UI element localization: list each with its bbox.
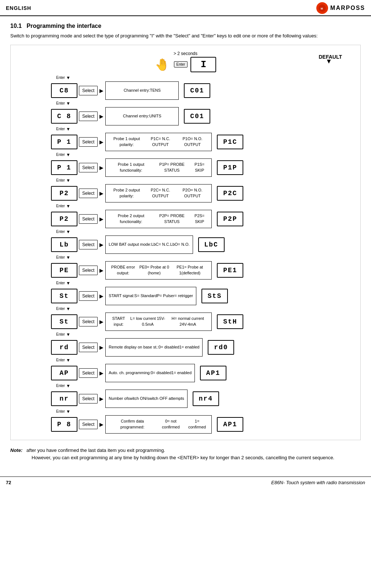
enter-label-10: Enter <box>56 332 65 336</box>
lcd-display-9: St <box>51 314 77 329</box>
desc-box-5: Probe 2 output functionality:P2P= PROBE … <box>105 210 212 228</box>
desc-line-2-0: Probe 1 output polarity: <box>109 136 145 147</box>
arrow-right-icon-6: ▶ <box>99 242 103 248</box>
default-val-4: P2C <box>217 186 243 201</box>
prog-row-1: C 8Select▶Channel entry:UNITSC01 <box>51 107 243 126</box>
down-arrow-icon-8: ▼ <box>66 281 70 286</box>
enter-connector-0: Enter ▼ <box>56 74 243 81</box>
desc-box-9: START input:L= low current 15V-0.5mAH= n… <box>105 313 212 331</box>
select-label-8: Select <box>82 293 94 299</box>
prog-row-4: P2Select▶Probe 2 output polarity:P2C= N.… <box>51 184 243 203</box>
lcd-display-8: St <box>51 289 77 303</box>
logo-circle-icon: M <box>316 2 328 14</box>
prog-rows-container: Enter ▼ C8Select▶Channel entry:TENSC01 E… <box>51 74 243 434</box>
select-button-7[interactable]: Select <box>79 266 98 275</box>
select-label-1: Select <box>82 114 94 119</box>
enter-label-8: Enter <box>56 281 65 285</box>
enter-connector-9: Enter ▼ <box>56 306 243 312</box>
arrow-right-icon-10: ▶ <box>99 344 103 350</box>
lcd-display-4: P2 <box>51 186 77 201</box>
desc-line-3-0: Probe 1 output functionality: <box>109 162 153 173</box>
arrow-right-icon-4: ▶ <box>99 190 103 196</box>
arrow-right-icon-11: ▶ <box>99 370 103 376</box>
default-val-13: AP1 <box>217 417 243 432</box>
desc-line-2-1: P1C= N.C. OUTPUT <box>145 136 177 147</box>
desc-line-7-0: PROBE error output: <box>109 264 137 276</box>
select-button-4[interactable]: Select <box>79 189 98 198</box>
desc-line-10-0: Remote display on base st.: <box>109 344 159 350</box>
enter-label-7: Enter <box>56 255 65 259</box>
prog-row-12: nrSelect▶Number ofswitch ON/switch OFF a… <box>51 389 243 408</box>
select-button-1[interactable]: Select <box>79 112 98 121</box>
lcd-display-10: rd <box>51 340 77 355</box>
desc-line-4-2: P2O= N.O. OUTPUT <box>177 187 209 199</box>
desc-box-4: Probe 2 output polarity:P2C= N.C. OUTPUT… <box>105 184 212 202</box>
arrow-right-icon-7: ▶ <box>99 267 103 273</box>
note-label: Note: <box>10 448 22 453</box>
prog-row-7: PESelect▶PROBE error output:PE0= Probe a… <box>51 261 243 280</box>
enter-label-5: Enter <box>56 204 65 208</box>
enter-label-0: Enter <box>56 76 65 80</box>
arrow-right-icon-1: ▶ <box>99 113 103 119</box>
desc-line-2-2: P1O= N.O. OUTPUT <box>177 136 209 147</box>
enter-connector-1: Enter ▼ <box>56 100 243 107</box>
desc-box-6: LOW BAT output mode:LbC= N.C.LbO= N.O. <box>105 235 193 254</box>
default-val-6: LbC <box>198 237 225 252</box>
select-button-13[interactable]: Select <box>79 420 98 429</box>
down-arrow-icon-9: ▼ <box>66 306 70 311</box>
default-val-8: StS <box>201 289 228 303</box>
default-val-3: P1P <box>217 160 243 175</box>
enter-connector-10: Enter ▼ <box>56 331 243 338</box>
select-button-3[interactable]: Select <box>79 163 98 172</box>
desc-box-1: Channel entry:UNITS <box>105 107 179 125</box>
desc-box-8: START signal:S= StandardP= Pulser= retri… <box>105 287 196 305</box>
down-arrow-icon-6: ▼ <box>66 229 70 234</box>
select-button-6[interactable]: Select <box>79 240 98 249</box>
desc-line-8-2: P= Pulse <box>157 293 173 299</box>
select-button-5[interactable]: Select <box>79 214 98 224</box>
down-arrow-icon-11: ▼ <box>66 358 70 363</box>
arrow-right-icon-5: ▶ <box>99 216 103 222</box>
desc-line-11-2: 1= enabled <box>171 370 192 376</box>
down-arrow-icon-2: ▼ <box>66 127 70 132</box>
lcd-display-12: nr <box>51 391 77 406</box>
down-arrow-icon-3: ▼ <box>66 152 70 157</box>
prog-row-5: P2Select▶Probe 2 output functionality:P2… <box>51 209 243 229</box>
hand-icon: 🤚 <box>155 58 170 72</box>
lcd-display-3: P 1 <box>51 160 77 175</box>
prog-row-9: StSelect▶START input:L= low current 15V-… <box>51 312 243 331</box>
desc-line-0-0: Channel entry: <box>124 88 150 93</box>
select-button-12[interactable]: Select <box>79 394 98 403</box>
select-button-2[interactable]: Select <box>79 137 98 147</box>
page-content: 10.1 Programming the interface Switch to… <box>0 16 371 469</box>
desc-line-8-1: S= Standard <box>134 293 157 299</box>
desc-line-5-0: Probe 2 output functionality: <box>109 213 153 224</box>
prog-row-3: P 1Select▶Probe 1 output functionality:P… <box>51 158 243 177</box>
desc-line-11-0: Auto. ch. programming: <box>109 370 150 376</box>
select-label-11: Select <box>82 370 94 376</box>
page-number: 72 <box>6 480 11 485</box>
page-header: ENGLISH M MARPOSS <box>0 0 371 16</box>
lcd-display-6: Lb <box>51 237 77 252</box>
programming-diagram: DEFAULT ▼ > 2 seconds 🤚 Enter I Enter <box>10 45 361 440</box>
desc-line-7-2: PE1= Probe at 1(deflected) <box>171 264 208 276</box>
enter-label-4: Enter <box>56 178 65 182</box>
desc-line-4-0: Probe 2 output polarity: <box>109 187 145 199</box>
desc-line-6-1: LbC= N.C. <box>151 242 170 247</box>
default-val-12: nr4 <box>193 391 219 406</box>
select-button-0[interactable]: Select <box>79 86 98 95</box>
select-button-10[interactable]: Select <box>79 343 98 352</box>
select-label-5: Select <box>82 216 94 222</box>
default-arrow-icon: ▼ <box>325 58 332 65</box>
select-label-2: Select <box>82 139 94 145</box>
select-button-8[interactable]: Select <box>79 291 98 301</box>
enter-key-box: Enter <box>174 61 188 67</box>
desc-line-9-2: H= normal current 24V-4mA <box>167 316 208 327</box>
desc-box-3: Probe 1 output functionality:P1P= PROBE … <box>105 158 212 177</box>
select-button-9[interactable]: Select <box>79 317 98 326</box>
select-button-11[interactable]: Select <box>79 368 98 378</box>
desc-line-5-1: P2P= PROBE STATUS <box>153 213 190 224</box>
down-arrow-icon-10: ▼ <box>66 332 70 337</box>
enter-label-1: Enter <box>56 101 65 105</box>
enter-connector-7: Enter ▼ <box>56 254 243 261</box>
